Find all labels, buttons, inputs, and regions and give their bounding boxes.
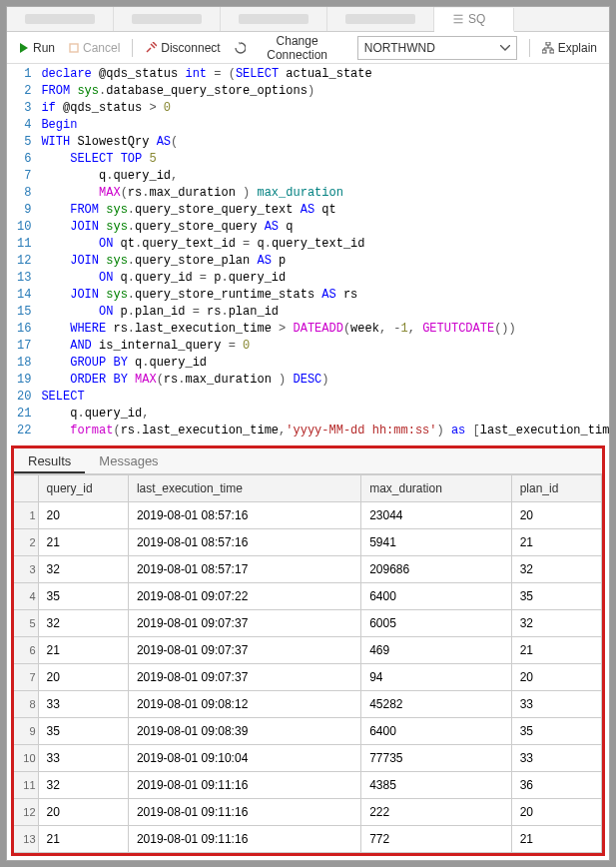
cell-max-duration[interactable]: 6400 xyxy=(361,718,512,745)
cell-plan-id[interactable]: 21 xyxy=(511,826,601,853)
cell-max-duration[interactable]: 209686 xyxy=(361,556,512,583)
cell-max-duration[interactable]: 5941 xyxy=(361,529,512,556)
code-line[interactable]: WHERE rs.last_execution_time > DATEADD(w… xyxy=(41,321,609,338)
cell-query-id[interactable]: 20 xyxy=(38,664,128,691)
cell-plan-id[interactable]: 20 xyxy=(511,502,601,529)
results-grid[interactable]: query_id last_execution_time max_duratio… xyxy=(14,474,602,853)
cell-last-exec[interactable]: 2019-08-01 09:07:37 xyxy=(128,664,360,691)
table-row[interactable]: 8332019-08-01 09:08:124528233 xyxy=(14,691,602,718)
code-line[interactable]: JOIN sys.query_store_query AS q xyxy=(41,219,609,236)
tab-blurred-2[interactable] xyxy=(114,7,221,31)
cell-query-id[interactable]: 21 xyxy=(38,826,128,853)
cell-max-duration[interactable]: 6400 xyxy=(361,583,512,610)
table-row[interactable]: 4352019-08-01 09:07:22640035 xyxy=(14,583,602,610)
cell-last-exec[interactable]: 2019-08-01 08:57:16 xyxy=(128,502,360,529)
cell-query-id[interactable]: 20 xyxy=(38,799,128,826)
sql-editor[interactable]: 12345678910111213141516171819202122 decl… xyxy=(7,64,609,441)
code-line[interactable]: FROM sys.database_query_store_options) xyxy=(41,83,609,100)
col-header[interactable]: plan_id xyxy=(511,475,601,502)
cell-last-exec[interactable]: 2019-08-01 08:57:17 xyxy=(128,556,360,583)
cell-max-duration[interactable]: 469 xyxy=(361,637,512,664)
table-row[interactable]: 2212019-08-01 08:57:16594121 xyxy=(14,529,602,556)
code-line[interactable]: declare @qds_status int = (SELECT actual… xyxy=(41,66,609,83)
table-row[interactable]: 12202019-08-01 09:11:1622220 xyxy=(14,799,602,826)
cell-plan-id[interactable]: 21 xyxy=(511,637,601,664)
cell-query-id[interactable]: 32 xyxy=(38,772,128,799)
cell-max-duration[interactable]: 94 xyxy=(361,664,512,691)
table-row[interactable]: 7202019-08-01 09:07:379420 xyxy=(14,664,602,691)
table-row[interactable]: 13212019-08-01 09:11:1677221 xyxy=(14,826,602,853)
change-connection-button[interactable]: Change Connection xyxy=(229,30,351,66)
code-line[interactable]: Begin xyxy=(41,117,609,134)
cell-plan-id[interactable]: 20 xyxy=(511,664,601,691)
table-row[interactable]: 6212019-08-01 09:07:3746921 xyxy=(14,637,602,664)
code-line[interactable]: MAX(rs.max_duration ) max_duration xyxy=(41,185,609,202)
table-row[interactable]: 10332019-08-01 09:10:047773533 xyxy=(14,745,602,772)
cell-plan-id[interactable]: 21 xyxy=(511,529,601,556)
run-button[interactable]: Run xyxy=(13,37,61,59)
code-line[interactable]: ON q.query_id = p.query_id xyxy=(41,270,609,287)
code-body[interactable]: declare @qds_status int = (SELECT actual… xyxy=(41,66,609,439)
code-line[interactable]: ORDER BY MAX(rs.max_duration ) DESC) xyxy=(41,372,609,389)
cell-max-duration[interactable]: 23044 xyxy=(361,502,512,529)
tab-blurred-3[interactable] xyxy=(221,7,327,31)
cell-last-exec[interactable]: 2019-08-01 09:11:16 xyxy=(128,799,360,826)
code-line[interactable]: SELECT xyxy=(41,389,609,406)
cell-plan-id[interactable]: 33 xyxy=(511,745,601,772)
cell-plan-id[interactable]: 35 xyxy=(511,718,601,745)
cell-plan-id[interactable]: 33 xyxy=(511,691,601,718)
code-line[interactable]: q.query_id, xyxy=(41,406,609,423)
cell-query-id[interactable]: 21 xyxy=(38,529,128,556)
code-line[interactable]: q.query_id, xyxy=(41,168,609,185)
cell-plan-id[interactable]: 32 xyxy=(511,556,601,583)
code-line[interactable]: WITH SlowestQry AS( xyxy=(41,134,609,151)
table-row[interactable]: 3322019-08-01 08:57:1720968632 xyxy=(14,556,602,583)
code-line[interactable]: JOIN sys.query_store_plan AS p xyxy=(41,253,609,270)
cell-last-exec[interactable]: 2019-08-01 09:11:16 xyxy=(128,772,360,799)
cell-last-exec[interactable]: 2019-08-01 09:07:37 xyxy=(128,637,360,664)
cell-plan-id[interactable]: 32 xyxy=(511,610,601,637)
code-line[interactable]: SELECT TOP 5 xyxy=(41,151,609,168)
col-header[interactable]: query_id xyxy=(38,475,128,502)
tab-results[interactable]: Results xyxy=(14,448,85,473)
code-line[interactable]: GROUP BY q.query_id xyxy=(41,355,609,372)
cell-max-duration[interactable]: 4385 xyxy=(361,772,512,799)
cell-max-duration[interactable]: 77735 xyxy=(361,745,512,772)
disconnect-button[interactable]: Disconnect xyxy=(139,37,226,59)
code-line[interactable]: format(rs.last_execution_time,'yyyy-MM-d… xyxy=(41,423,609,439)
cell-query-id[interactable]: 32 xyxy=(38,556,128,583)
cell-query-id[interactable]: 20 xyxy=(38,502,128,529)
tab-messages[interactable]: Messages xyxy=(85,448,172,473)
code-line[interactable]: if @qds_status > 0 xyxy=(41,100,609,117)
cell-query-id[interactable]: 33 xyxy=(38,745,128,772)
table-row[interactable]: 5322019-08-01 09:07:37600532 xyxy=(14,610,602,637)
cell-last-exec[interactable]: 2019-08-01 09:11:16 xyxy=(128,826,360,853)
col-header[interactable]: last_execution_time xyxy=(128,475,360,502)
table-row[interactable]: 1202019-08-01 08:57:162304420 xyxy=(14,502,602,529)
cell-plan-id[interactable]: 36 xyxy=(511,772,601,799)
cell-query-id[interactable]: 35 xyxy=(38,718,128,745)
cell-max-duration[interactable]: 45282 xyxy=(361,691,512,718)
code-line[interactable]: ON p.plan_id = rs.plan_id xyxy=(41,304,609,321)
cell-query-id[interactable]: 32 xyxy=(38,610,128,637)
cell-plan-id[interactable]: 35 xyxy=(511,583,601,610)
tab-blurred-1[interactable] xyxy=(7,7,114,31)
table-row[interactable]: 9352019-08-01 09:08:39640035 xyxy=(14,718,602,745)
tab-blurred-4[interactable] xyxy=(327,7,434,31)
connection-dropdown[interactable]: NORTHWND xyxy=(357,36,517,60)
cell-last-exec[interactable]: 2019-08-01 09:08:12 xyxy=(128,691,360,718)
cell-query-id[interactable]: 35 xyxy=(38,583,128,610)
code-line[interactable]: AND is_internal_query = 0 xyxy=(41,338,609,355)
cell-max-duration[interactable]: 6005 xyxy=(361,610,512,637)
table-row[interactable]: 11322019-08-01 09:11:16438536 xyxy=(14,772,602,799)
cell-max-duration[interactable]: 772 xyxy=(361,826,512,853)
cell-max-duration[interactable]: 222 xyxy=(361,799,512,826)
cell-last-exec[interactable]: 2019-08-01 09:07:37 xyxy=(128,610,360,637)
cell-last-exec[interactable]: 2019-08-01 08:57:16 xyxy=(128,529,360,556)
code-line[interactable]: ON qt.query_text_id = q.query_text_id xyxy=(41,236,609,253)
cancel-button[interactable]: Cancel xyxy=(63,37,126,59)
code-line[interactable]: JOIN sys.query_store_runtime_stats AS rs xyxy=(41,287,609,304)
code-line[interactable]: FROM sys.query_store_query_text AS qt xyxy=(41,202,609,219)
cell-last-exec[interactable]: 2019-08-01 09:10:04 xyxy=(128,745,360,772)
cell-last-exec[interactable]: 2019-08-01 09:08:39 xyxy=(128,718,360,745)
